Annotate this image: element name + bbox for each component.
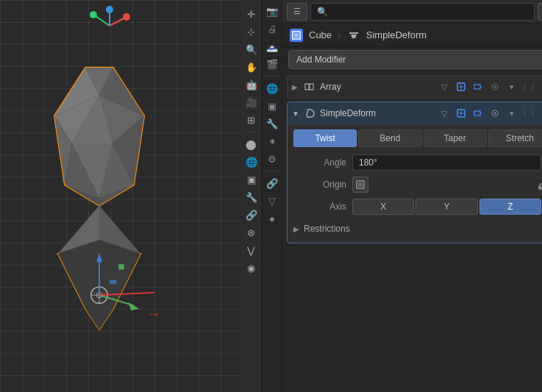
angle-field[interactable]: 180° [352, 154, 541, 171]
object-breadcrumb-icon [290, 29, 303, 42]
array-edit-btn[interactable] [488, 79, 502, 94]
material-ball[interactable]: ⬤ [243, 136, 260, 152]
output-icon[interactable]: 🖨 [264, 21, 280, 37]
modifier-breadcrumb-icon [347, 29, 360, 42]
scene-icon[interactable]: 🎬 [264, 56, 280, 72]
sd-realtime-btn[interactable] [454, 106, 468, 121]
view-layer-icon[interactable]: 🗻 [264, 38, 280, 54]
sd-dots-btn[interactable]: ⋮⋮ [521, 106, 536, 121]
search-icon: 🔍 [317, 7, 328, 17]
header-dropdown-btn[interactable]: ▾ [538, 3, 542, 21]
svg-rect-40 [110, 280, 116, 285]
svg-point-59 [494, 113, 496, 115]
array-expand-arrow[interactable]: ▶ [292, 83, 301, 91]
properties-panel-icons: 📷 🖨 🗻 🎬 🌐 ▣ 🔧 ⁕ ⚙ 🔗 ▽ ● [262, 0, 282, 392]
svg-rect-56 [474, 111, 480, 115]
array-filter-btn[interactable]: ▽ [437, 79, 452, 94]
move-tool[interactable]: ⊹ [243, 24, 260, 40]
restrictions-row: ▶ Restrictions [293, 219, 542, 238]
wrench-tool[interactable]: 🔧 [243, 189, 260, 205]
modifier-properties-icon[interactable]: 🔧 [264, 115, 280, 132]
sd-edit-btn[interactable] [488, 106, 502, 121]
origin-object-btn[interactable] [352, 177, 368, 193]
simpledeform-modifier: ▼ SimpleDeform ▽ [287, 101, 542, 243]
physics-icon[interactable]: ⚙ [264, 151, 280, 167]
data-icon[interactable]: ▽ [264, 193, 280, 209]
svg-text:Y: Y [91, 12, 96, 18]
sd-more-btn[interactable]: ▾ [504, 106, 519, 121]
constraints-icon[interactable]: 🔗 [264, 175, 280, 191]
sd-filter-btn[interactable]: ▽ [437, 106, 452, 121]
globe-tool[interactable]: 🌐 [243, 154, 260, 170]
axis-y-btn[interactable]: Y [416, 199, 477, 215]
array-modifier-name: Array [320, 82, 434, 92]
grab-tool[interactable]: ✋ [243, 59, 260, 75]
array-more-btn[interactable]: ▾ [504, 79, 519, 94]
link-tool[interactable]: 🔗 [243, 207, 260, 223]
breadcrumb-sep: › [338, 29, 341, 41]
angle-value: 180° [359, 157, 377, 168]
particles-icon[interactable]: ⁕ [264, 133, 280, 149]
modifier-name-breadcrumb: SimpleDeform [366, 29, 427, 40]
funnel-tool[interactable]: ⋁ [243, 242, 260, 258]
origin-value-container [352, 177, 542, 193]
array-dots-btn[interactable]: ⋮⋮ [521, 79, 536, 94]
svg-rect-49 [474, 85, 480, 89]
robot-tool[interactable]: 🤖 [243, 76, 260, 93]
array-render-btn[interactable] [471, 79, 485, 94]
add-modifier-button[interactable]: Add Modifier ▾ [288, 50, 542, 69]
axis-buttons: X Y Z [352, 199, 541, 215]
object-name: Cube [309, 29, 332, 40]
viewport-3d[interactable]: X Y Z [0, 0, 241, 392]
svg-rect-44 [310, 84, 313, 90]
svg-rect-42 [294, 33, 299, 38]
svg-point-52 [494, 86, 496, 88]
cursor-tool[interactable]: ✛ [243, 6, 260, 22]
array-modifier-header: ▶ Array ▽ [288, 76, 542, 98]
tab-twist[interactable]: Twist [293, 129, 357, 147]
axis-arrow-x: → [147, 307, 160, 322]
axes-gizmo: X Y Z [90, 6, 134, 50]
restrictions-expand[interactable]: ▶ [293, 225, 299, 233]
tab-taper[interactable]: Taper [424, 129, 487, 147]
svg-rect-39 [118, 264, 124, 270]
restrictions-label: Restrictions [304, 224, 350, 234]
search-bar[interactable]: 🔍 [310, 3, 535, 21]
tab-stretch[interactable]: Stretch [488, 129, 542, 147]
zoom-tool[interactable]: 🔍 [243, 41, 260, 57]
angle-row: Angle 180° [293, 153, 542, 172]
properties-panel: ☰ 🔍 ▾ Cube › SimpleDeform 📌 Add Modifier… [282, 0, 542, 392]
axis-z-btn[interactable]: Z [479, 199, 541, 215]
tab-bend[interactable]: Bend [358, 129, 421, 147]
sd-render-btn[interactable] [471, 106, 485, 121]
svg-point-63 [540, 187, 542, 189]
camera-tool[interactable]: 🎥 [243, 94, 260, 110]
top-search-bar: ☰ 🔍 ▾ [282, 0, 542, 24]
object-icon[interactable]: ▣ [264, 98, 280, 114]
sphere-tool[interactable]: ◉ [243, 260, 260, 276]
modifier-list: ▶ Array ▽ [282, 72, 542, 392]
array-modifier: ▶ Array ▽ [287, 75, 542, 99]
array-realtime-btn[interactable] [454, 79, 468, 94]
world-icon[interactable]: 🌐 [264, 80, 280, 96]
square-tool[interactable]: ▣ [243, 171, 260, 188]
simpledeform-expand-arrow[interactable]: ▼ [292, 110, 301, 118]
sd-delete-btn[interactable]: ✕ [538, 106, 542, 121]
array-delete-btn[interactable]: ✕ [538, 79, 542, 94]
origin-eyedropper[interactable] [535, 177, 542, 193]
array-type-icon [304, 80, 317, 93]
simpledeform-body: Twist Bend Taper Stretch Angle 180° Orig… [288, 124, 542, 243]
render-icon[interactable]: 📷 [264, 3, 280, 19]
svg-marker-50 [480, 86, 482, 88]
simpledeform-controls: ▽ [437, 106, 542, 121]
grid-tool[interactable]: ⊞ [243, 112, 260, 128]
axis-label: Axis [293, 202, 352, 212]
atom-tool[interactable]: ⊛ [243, 224, 260, 240]
svg-rect-61 [358, 182, 363, 187]
material-icon[interactable]: ● [264, 210, 280, 227]
add-modifier-label: Add Modifier [296, 54, 346, 65]
axis-x-btn[interactable]: X [352, 199, 414, 215]
svg-text:Z: Z [108, 7, 112, 13]
header-menu-btn[interactable]: ☰ [287, 3, 307, 21]
simpledeform-type-icon [304, 107, 317, 120]
